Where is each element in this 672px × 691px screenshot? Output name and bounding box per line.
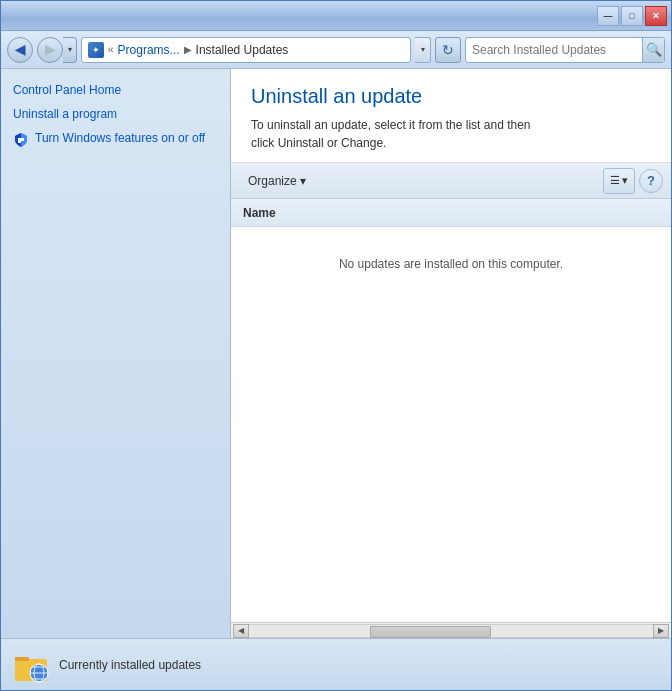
organize-button[interactable]: Organize ▾ (239, 168, 315, 194)
main-area: Control Panel Home Uninstall a program T… (1, 69, 671, 638)
organize-label: Organize (248, 174, 297, 188)
scroll-left-button[interactable]: ◀ (233, 624, 249, 638)
page-title: Uninstall an update (251, 85, 651, 108)
breadcrumb-dropdown-button[interactable]: ▾ (415, 37, 431, 63)
shield-icon (13, 132, 29, 148)
breadcrumb-current: Installed Updates (196, 43, 289, 57)
svg-rect-1 (18, 138, 24, 141)
help-button[interactable]: ? (639, 169, 663, 193)
folder-icon: ✦ (88, 42, 104, 58)
minimize-button[interactable]: — (597, 6, 619, 26)
status-icon (13, 647, 49, 683)
description-line2: click Uninstall or Change. (251, 136, 386, 150)
content-panel: Uninstall an update To uninstall an upda… (231, 69, 671, 638)
search-input[interactable] (466, 43, 642, 57)
svg-rect-3 (15, 657, 29, 661)
list-header: Name (231, 199, 671, 227)
breadcrumb-bar: ✦ « Programs... ▶ Installed Updates (81, 37, 411, 63)
horizontal-scrollbar[interactable]: ◀ ▶ (231, 622, 671, 638)
sidebar-item-home[interactable]: Control Panel Home (9, 81, 222, 99)
column-name-header: Name (243, 206, 276, 220)
status-text: Currently installed updates (59, 658, 201, 672)
content-header: Uninstall an update To uninstall an upda… (231, 69, 671, 163)
view-chevron-icon: ▾ (622, 174, 628, 187)
description-line1: To uninstall an update, select it from t… (251, 118, 531, 132)
list-area: Name No updates are installed on this co… (231, 199, 671, 622)
close-button[interactable]: ✕ (645, 6, 667, 26)
search-icon: 🔍 (646, 42, 662, 57)
view-icon: ☰ (610, 174, 620, 187)
organize-chevron-icon: ▾ (300, 174, 306, 188)
nav-dropdown-icon: ▾ (68, 45, 72, 54)
forward-icon: ▶ (45, 42, 55, 57)
breadcrumb-separator: « (108, 44, 114, 55)
sidebar-item-uninstall[interactable]: Uninstall a program (9, 105, 222, 123)
empty-message: No updates are installed on this compute… (339, 257, 563, 271)
refresh-button[interactable]: ↻ (435, 37, 461, 63)
breadcrumb-dropdown-icon: ▾ (421, 45, 425, 54)
forward-button[interactable]: ▶ (37, 37, 63, 63)
sidebar-item-features-label: Turn Windows features on or off (35, 131, 205, 147)
titlebar-buttons: — □ ✕ (597, 6, 667, 26)
help-icon: ? (647, 173, 655, 188)
view-button[interactable]: ☰ ▾ (603, 168, 635, 194)
back-button[interactable]: ◀ (7, 37, 33, 63)
refresh-icon: ↻ (442, 42, 454, 58)
sidebar-item-windows-features[interactable]: Turn Windows features on or off (9, 129, 222, 150)
scroll-right-button[interactable]: ▶ (653, 624, 669, 638)
toolbar: Organize ▾ ☰ ▾ ? (231, 163, 671, 199)
search-button[interactable]: 🔍 (642, 37, 664, 63)
addressbar: ◀ ▶ ▾ ✦ « Programs... ▶ Installed Update… (1, 31, 671, 69)
content-description: To uninstall an update, select it from t… (251, 116, 651, 152)
scroll-thumb[interactable] (370, 626, 491, 638)
main-window: — □ ✕ ◀ ▶ ▾ ✦ « Programs... ▶ Installed … (0, 0, 672, 691)
search-bar: 🔍 (465, 37, 665, 63)
maximize-button[interactable]: □ (621, 6, 643, 26)
breadcrumb-chevron: ▶ (184, 44, 192, 55)
titlebar: — □ ✕ (1, 1, 671, 31)
back-icon: ◀ (15, 42, 25, 57)
scroll-track[interactable] (249, 624, 653, 638)
sidebar: Control Panel Home Uninstall a program T… (1, 69, 231, 638)
statusbar: Currently installed updates (1, 638, 671, 690)
list-content: No updates are installed on this compute… (231, 227, 671, 622)
breadcrumb-programs-link[interactable]: Programs... (118, 43, 180, 57)
nav-dropdown-button[interactable]: ▾ (63, 37, 77, 63)
